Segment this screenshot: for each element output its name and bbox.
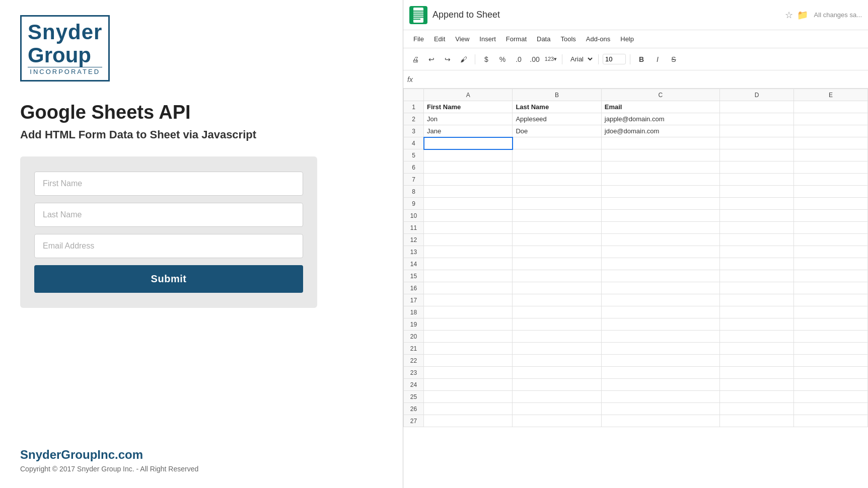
cell-11-E[interactable] [793, 222, 867, 234]
cell-22-C[interactable] [601, 355, 719, 367]
print-button[interactable]: 🖨 [408, 52, 422, 66]
cell-4-E[interactable] [793, 137, 867, 149]
cell-7-A[interactable] [424, 174, 513, 186]
cell-19-A[interactable] [424, 318, 513, 331]
cell-25-A[interactable] [424, 391, 513, 403]
col-header-e[interactable]: E [793, 89, 867, 101]
cell-21-E[interactable] [793, 343, 867, 355]
cell-1-B[interactable]: Last Name [513, 101, 601, 113]
italic-button[interactable]: I [650, 52, 665, 66]
menu-addons[interactable]: Add-ons [582, 33, 614, 45]
cell-10-A[interactable] [424, 210, 513, 222]
menu-file[interactable]: File [409, 33, 428, 45]
cell-11-C[interactable] [601, 222, 719, 234]
cell-27-E[interactable] [793, 415, 867, 427]
col-header-a[interactable]: A [424, 89, 513, 101]
cell-19-E[interactable] [793, 318, 867, 331]
cell-24-A[interactable] [424, 379, 513, 391]
cell-16-C[interactable] [601, 282, 719, 294]
cell-4-A[interactable] [424, 137, 513, 149]
cell-12-E[interactable] [793, 234, 867, 246]
cell-22-B[interactable] [513, 355, 601, 367]
cell-17-D[interactable] [719, 294, 793, 306]
folder-icon[interactable]: 📁 [797, 10, 808, 21]
decimal-decrease-button[interactable]: .0 [512, 52, 526, 66]
cell-15-D[interactable] [719, 270, 793, 282]
cell-12-B[interactable] [513, 234, 601, 246]
currency-button[interactable]: $ [479, 52, 493, 66]
footer-link[interactable]: SnyderGroupInc.com [20, 448, 143, 461]
decimal-increase-button[interactable]: .00 [528, 52, 542, 66]
cell-13-A[interactable] [424, 246, 513, 258]
cell-18-E[interactable] [793, 306, 867, 318]
first-name-input[interactable] [34, 172, 303, 196]
cell-12-A[interactable] [424, 234, 513, 246]
cell-26-A[interactable] [424, 403, 513, 415]
cell-22-D[interactable] [719, 355, 793, 367]
cell-3-D[interactable] [719, 125, 793, 137]
cell-10-B[interactable] [513, 210, 601, 222]
col-header-b[interactable]: B [513, 89, 601, 101]
cell-5-E[interactable] [793, 149, 867, 161]
cell-20-D[interactable] [719, 331, 793, 343]
cell-20-A[interactable] [424, 331, 513, 343]
cell-24-C[interactable] [601, 379, 719, 391]
cell-8-B[interactable] [513, 186, 601, 198]
cell-10-C[interactable] [601, 210, 719, 222]
cell-18-C[interactable] [601, 306, 719, 318]
cell-1-A[interactable]: First Name [424, 101, 513, 113]
col-header-d[interactable]: D [719, 89, 793, 101]
font-family-select[interactable]: Arial [566, 54, 594, 64]
cell-13-B[interactable] [513, 246, 601, 258]
cell-25-D[interactable] [719, 391, 793, 403]
cell-21-A[interactable] [424, 343, 513, 355]
cell-6-A[interactable] [424, 161, 513, 174]
cell-8-A[interactable] [424, 186, 513, 198]
star-icon[interactable]: ☆ [785, 10, 793, 21]
submit-button[interactable]: Submit [34, 265, 303, 293]
cell-5-A[interactable] [424, 149, 513, 161]
cell-26-D[interactable] [719, 403, 793, 415]
menu-tools[interactable]: Tools [556, 33, 580, 45]
cell-2-C[interactable]: japple@domain.com [601, 113, 719, 125]
cell-27-A[interactable] [424, 415, 513, 427]
cell-24-E[interactable] [793, 379, 867, 391]
cell-10-E[interactable] [793, 210, 867, 222]
cell-27-B[interactable] [513, 415, 601, 427]
cell-21-C[interactable] [601, 343, 719, 355]
percent-button[interactable]: % [495, 52, 510, 66]
cell-10-D[interactable] [719, 210, 793, 222]
cell-20-B[interactable] [513, 331, 601, 343]
cell-17-E[interactable] [793, 294, 867, 306]
cell-11-A[interactable] [424, 222, 513, 234]
cell-1-C[interactable]: Email [601, 101, 719, 113]
cell-3-A[interactable]: Jane [424, 125, 513, 137]
cell-16-E[interactable] [793, 282, 867, 294]
cell-7-E[interactable] [793, 174, 867, 186]
cell-9-E[interactable] [793, 198, 867, 210]
cell-3-B[interactable]: Doe [513, 125, 601, 137]
cell-7-C[interactable] [601, 174, 719, 186]
cell-2-D[interactable] [719, 113, 793, 125]
menu-view[interactable]: View [451, 33, 473, 45]
cell-15-E[interactable] [793, 270, 867, 282]
menu-insert[interactable]: Insert [475, 33, 500, 45]
menu-data[interactable]: Data [533, 33, 554, 45]
email-input[interactable] [34, 234, 303, 258]
cell-19-B[interactable] [513, 318, 601, 331]
cell-14-E[interactable] [793, 258, 867, 270]
cell-8-D[interactable] [719, 186, 793, 198]
cell-9-C[interactable] [601, 198, 719, 210]
cell-17-B[interactable] [513, 294, 601, 306]
cell-11-B[interactable] [513, 222, 601, 234]
cell-1-D[interactable] [719, 101, 793, 113]
cell-13-E[interactable] [793, 246, 867, 258]
cell-12-D[interactable] [719, 234, 793, 246]
cell-18-B[interactable] [513, 306, 601, 318]
cell-16-A[interactable] [424, 282, 513, 294]
cell-19-C[interactable] [601, 318, 719, 331]
cell-2-E[interactable] [793, 113, 867, 125]
cell-12-C[interactable] [601, 234, 719, 246]
cell-24-B[interactable] [513, 379, 601, 391]
cell-23-D[interactable] [719, 367, 793, 379]
